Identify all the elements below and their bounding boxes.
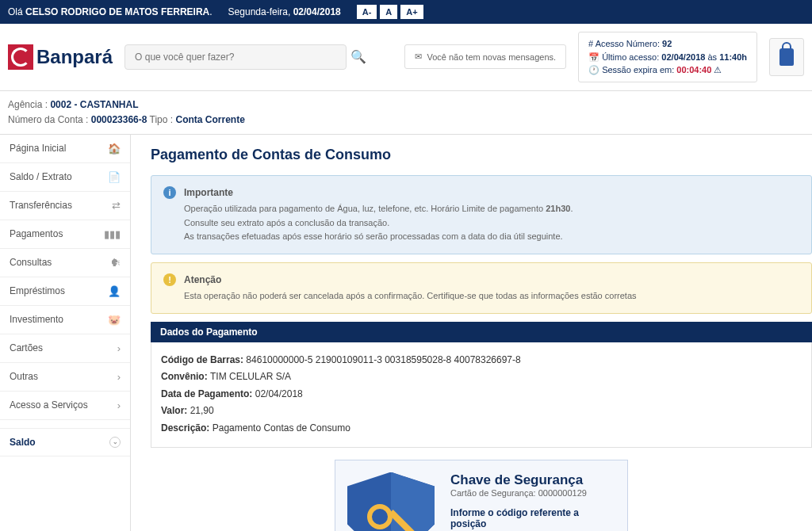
convenio-value: TIM CELULAR S/A — [210, 371, 291, 382]
envelope-icon: ✉ — [415, 52, 422, 62]
lock-box[interactable] — [769, 38, 804, 76]
sidebar-item-transfers[interactable]: Transferências⇄ — [0, 192, 130, 220]
description-label: Descrição: — [161, 422, 213, 434]
sidebar-item-label: Outras — [10, 371, 38, 382]
last-access-date: 02/04/2018 — [661, 52, 705, 62]
alert-info-line3: As transações efetuadas após esse horári… — [184, 230, 573, 244]
alert-warning-text: Esta operação não poderá ser cancelada a… — [184, 289, 637, 304]
greeting-period: . — [209, 6, 212, 17]
security-box: Chave de Segurança Cartão de Segurança: … — [335, 460, 628, 531]
font-controls: A- A A+ — [357, 5, 423, 19]
alert-info-title: Importante — [184, 185, 573, 201]
access-info: # Acesso Número: 92 📅 Último acesso: 02/… — [578, 32, 757, 82]
sidebar: Página Inicial🏠 Saldo / Extrato📄 Transfe… — [0, 135, 131, 531]
barcode-label: Código de Barras: — [161, 354, 246, 365]
font-decrease-button[interactable]: A- — [357, 5, 377, 19]
payment-date-label: Data de Pagamento: — [161, 388, 255, 399]
logo[interactable]: Banpará — [8, 44, 113, 70]
messages-box[interactable]: ✉ Você não tem novas mensagens. — [404, 44, 566, 69]
logo-icon — [8, 44, 33, 70]
access-number: 92 — [662, 39, 672, 48]
chevron-down-icon: ⌄ — [109, 437, 121, 448]
security-title: Chave de Segurança — [450, 472, 615, 488]
chevron-right-icon: › — [117, 342, 121, 354]
query-icon: 🗣 — [110, 257, 121, 269]
barcode-icon: ▮▮▮ — [104, 228, 121, 240]
sidebar-item-label: Transferências — [10, 200, 72, 211]
security-wrap: Chave de Segurança Cartão de Segurança: … — [151, 460, 812, 531]
saldo-label: Saldo — [10, 437, 36, 448]
sidebar-item-label: Empréstimos — [10, 285, 65, 296]
sidebar-item-label: Saldo / Extrato — [10, 171, 72, 182]
sidebar-item-cards[interactable]: Cartões› — [0, 334, 130, 363]
sidebar-item-payments[interactable]: Pagamentos▮▮▮ — [0, 220, 130, 249]
font-normal-button[interactable]: A — [380, 5, 397, 19]
font-increase-button[interactable]: A+ — [400, 5, 423, 19]
security-instruction: Informe o código referente a posição — [450, 507, 615, 529]
day-label: Segunda-feira, — [228, 6, 293, 17]
alert-warning-title: Atenção — [184, 273, 637, 288]
account-number-label: Número da Conta : — [8, 114, 91, 125]
sidebar-item-investments[interactable]: Investimento🐷 — [0, 306, 130, 334]
sidebar-item-label: Pagamentos — [10, 228, 63, 239]
warning-triangle-icon: ! — [163, 273, 176, 286]
agency-value: 0002 - CASTANHAL — [50, 99, 138, 110]
expires-label: Sessão expira em: — [602, 65, 676, 74]
sidebar-item-home[interactable]: Página Inicial🏠 — [0, 135, 130, 163]
barcode-value: 84610000000-5 21900109011-3 00318595028-… — [246, 354, 520, 365]
last-access-sep: às — [705, 52, 719, 62]
value-label: Valor: — [161, 405, 190, 416]
sidebar-item-label: Consultas — [10, 257, 52, 268]
greeting: Olá CELSO RODRIGO DE MATOS FERREIRA. — [8, 6, 213, 17]
payment-section-header: Dados do Pagamento — [151, 322, 812, 342]
main-layout: Página Inicial🏠 Saldo / Extrato📄 Transfe… — [0, 135, 812, 531]
search-input[interactable] — [124, 44, 347, 70]
access-number-label: # Acesso Número: — [588, 39, 662, 48]
account-type: Conta Corrente — [175, 114, 244, 125]
document-icon: 📄 — [108, 171, 121, 183]
username: CELSO RODRIGO DE MATOS FERREIRA — [25, 6, 209, 17]
account-number: 000023366-8 — [91, 114, 147, 125]
sidebar-item-queries[interactable]: Consultas🗣 — [0, 249, 130, 277]
piggy-icon: 🐷 — [108, 314, 121, 326]
alert-warning: ! Atenção Esta operação não poderá ser c… — [151, 262, 812, 314]
top-bar: Olá CELSO RODRIGO DE MATOS FERREIRA. Seg… — [0, 0, 812, 24]
account-info: Agência : 0002 - CASTANHAL Número da Con… — [0, 91, 812, 135]
header-row: Banpará 🔍 ✉ Você não tem novas mensagens… — [0, 24, 812, 91]
loan-icon: 👤 — [108, 285, 121, 297]
alert-warning-body: Atenção Esta operação não poderá ser can… — [184, 273, 637, 304]
sidebar-item-label: Cartões — [10, 342, 43, 353]
content: Pagamento de Contas de Consumo i Importa… — [131, 135, 812, 531]
expires-time: 00:04:40 — [676, 65, 711, 74]
chevron-right-icon: › — [117, 399, 121, 411]
payment-date-value: 02/04/2018 — [255, 388, 303, 399]
security-subtitle: Cartão de Segurança: 0000000129 — [450, 488, 615, 498]
agency-label: Agência : — [8, 99, 50, 110]
value-amount: 21,90 — [190, 405, 214, 416]
payment-details: Código de Barras: 84610000000-5 21900109… — [151, 342, 812, 448]
alert-info-line1c: . — [570, 204, 573, 213]
page-title: Pagamento de Contas de Consumo — [151, 147, 812, 163]
alert-info-line1b: 21h30 — [546, 204, 570, 213]
search-box: 🔍 — [124, 44, 347, 70]
transfer-icon: ⇄ — [112, 200, 121, 212]
sidebar-saldo-toggle[interactable]: Saldo⌄ — [0, 428, 130, 457]
sidebar-item-others[interactable]: Outras› — [0, 363, 130, 392]
date-info: Segunda-feira, 02/04/2018 — [228, 6, 341, 17]
sidebar-item-balance[interactable]: Saldo / Extrato📄 — [0, 163, 130, 192]
search-icon[interactable]: 🔍 — [350, 49, 366, 64]
last-access-label: Último acesso: — [602, 52, 661, 62]
greeting-prefix: Olá — [8, 6, 25, 17]
alert-info-body: Importante Operação utilizada para pagam… — [184, 185, 573, 244]
last-access-time: 11:40h — [719, 52, 747, 62]
sidebar-item-services[interactable]: Acesso a Serviços› — [0, 392, 130, 420]
description-value: Pagamento Contas de Consumo — [213, 422, 350, 434]
sidebar-item-loans[interactable]: Empréstimos👤 — [0, 277, 130, 306]
shield-key-icon — [347, 472, 435, 531]
home-icon: 🏠 — [108, 143, 121, 155]
card-label: Cartão de Segurança: — [450, 488, 538, 498]
alert-info-line2: Consulte seu extrato após a conclusão da… — [184, 216, 573, 231]
convenio-label: Convênio: — [161, 371, 210, 382]
info-icon: i — [163, 186, 176, 199]
logo-text: Banpará — [36, 46, 113, 68]
